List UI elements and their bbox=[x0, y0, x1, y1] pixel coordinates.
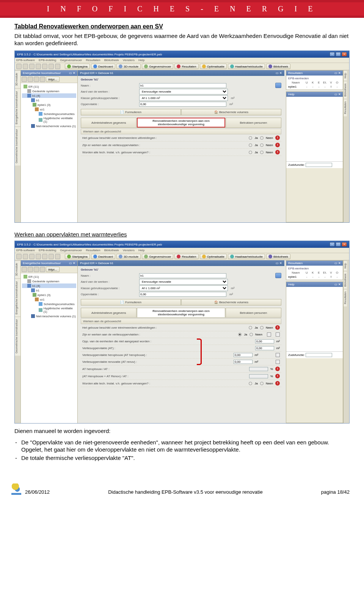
input-at-r[interactable] bbox=[234, 360, 253, 364]
tree-wijzi-button[interactable]: Wijzi... bbox=[46, 267, 60, 272]
menu-item[interactable]: Bibliotheek bbox=[104, 58, 119, 62]
copy-icon[interactable] bbox=[276, 360, 280, 364]
side-tab[interactable]: Resultaten bbox=[344, 289, 347, 306]
radio-neen[interactable] bbox=[260, 136, 264, 140]
select-aard[interactable]: Eenvoudige renovatie bbox=[139, 279, 228, 285]
panel-controls-icon[interactable]: ▭ ✕ bbox=[334, 93, 341, 96]
close-button[interactable]: × bbox=[342, 242, 347, 247]
menu-item[interactable]: Resultaten bbox=[86, 249, 100, 252]
toolbar-icon[interactable] bbox=[55, 64, 60, 69]
tree-item[interactable]: b1 bbox=[22, 98, 76, 102]
tree-item[interactable]: Hygiënische ventilatie (1) bbox=[22, 306, 76, 314]
close-button[interactable]: × bbox=[342, 52, 347, 57]
nav-opt[interactable]: Optimalisatie bbox=[200, 254, 227, 259]
radio-neen[interactable] bbox=[260, 382, 264, 385]
toolbar-icon[interactable] bbox=[36, 64, 41, 69]
select-klasse[interactable]: Af ≤ 1.000 m² bbox=[139, 95, 228, 101]
tab-formulieren[interactable]: 📄Formulieren bbox=[81, 109, 181, 115]
radio-ja-selected[interactable] bbox=[238, 333, 242, 336]
side-tab[interactable]: Resultaten bbox=[344, 99, 347, 116]
radio-ja[interactable] bbox=[249, 151, 252, 154]
subtab-personen[interactable]: Betrokken personen bbox=[226, 118, 281, 128]
side-tab[interactable]: Help bbox=[344, 260, 347, 271]
side-tab[interactable]: 3D-module bbox=[15, 70, 20, 88]
nav-result[interactable]: Resultaten bbox=[174, 64, 198, 69]
menu-item[interactable]: Bibliotheek bbox=[104, 249, 119, 252]
toolbar-icon[interactable] bbox=[16, 64, 22, 69]
toolbar-icon[interactable] bbox=[29, 254, 35, 259]
panel-controls-icon[interactable]: ▭ ✕ bbox=[276, 71, 282, 75]
subtab-renovatie-active[interactable]: Renovatiewerken onderworpen aan een sted… bbox=[137, 118, 225, 128]
tree-item[interactable]: Hygiënische ventilatie (1) bbox=[22, 116, 76, 124]
menu-item[interactable]: Vensters bbox=[123, 249, 135, 252]
panel-controls-icon[interactable]: ▭ ✕ bbox=[334, 71, 341, 75]
nav-3d[interactable]: 3D-module bbox=[116, 64, 141, 69]
tab-beschermde[interactable]: 🏠Beschermde volumes bbox=[181, 299, 281, 305]
side-tab[interactable]: 3D-module bbox=[15, 260, 20, 278]
input-at-h[interactable] bbox=[234, 353, 253, 357]
tree-item[interactable]: ER (11) bbox=[22, 84, 76, 89]
toolbar-icon[interactable] bbox=[23, 64, 28, 69]
side-tab[interactable]: Bibliotheek bbox=[344, 81, 347, 99]
tree-item[interactable]: vz1 bbox=[22, 297, 76, 302]
menu-item[interactable]: Gegevensinvoer bbox=[60, 249, 82, 252]
input-opp[interactable] bbox=[139, 292, 226, 297]
toolbar-icon[interactable] bbox=[49, 254, 54, 259]
menu-item[interactable]: Vensters bbox=[123, 58, 135, 62]
subtab-admin[interactable]: Administratieve gegevens bbox=[81, 118, 136, 128]
tree-toolbar-icon[interactable] bbox=[22, 267, 27, 272]
tree-toolbar-icon[interactable] bbox=[40, 77, 45, 82]
maximize-button[interactable]: □ bbox=[336, 242, 341, 247]
subtab-admin[interactable]: Administratieve gegevens bbox=[81, 308, 136, 317]
radio-ja[interactable] bbox=[249, 136, 252, 140]
maximize-button[interactable]: □ bbox=[336, 52, 341, 57]
select-klasse[interactable]: Af ≤ 1.000 m² bbox=[139, 285, 228, 291]
search-input[interactable] bbox=[306, 163, 332, 167]
menu-item[interactable]: Help bbox=[138, 249, 144, 252]
menu-item[interactable]: Resultaten bbox=[86, 58, 100, 62]
nav-dashboard[interactable]: Dashboard bbox=[91, 64, 115, 69]
panel-controls-icon[interactable]: ▭ ✕ bbox=[276, 261, 282, 265]
tree-item[interactable]: Niet-beschermde volumes (1) bbox=[22, 124, 76, 128]
nav-3d[interactable]: 3D-module bbox=[116, 254, 141, 259]
input-at[interactable] bbox=[255, 346, 274, 350]
tree-item[interactable]: Scheidingsconstructies bbox=[22, 112, 76, 116]
minimize-button[interactable]: – bbox=[329, 52, 335, 57]
toolbar-icon[interactable] bbox=[49, 64, 54, 69]
nav-haal[interactable]: Haalbaarheidsstudie bbox=[228, 254, 265, 259]
tree-item-selected[interactable]: b1 (4) bbox=[22, 93, 76, 98]
menu-item[interactable]: EPB-indeling bbox=[39, 249, 56, 252]
input-opp[interactable] bbox=[139, 102, 226, 107]
menu-item[interactable]: EPB-indeling bbox=[39, 58, 56, 62]
toolbar-icon[interactable] bbox=[16, 254, 22, 259]
nav-result[interactable]: Resultaten bbox=[174, 254, 198, 259]
toolbar-icon[interactable] bbox=[36, 254, 41, 259]
copy-icon[interactable] bbox=[276, 353, 280, 357]
nav-dashboard[interactable]: Dashboard bbox=[91, 254, 115, 259]
radio-ja[interactable] bbox=[249, 382, 252, 385]
nav-opt[interactable]: Optimalisatie bbox=[200, 64, 227, 69]
panel-controls-icon[interactable]: ▭ ✕ bbox=[69, 71, 75, 75]
subtab-personen[interactable]: Betrokken personen bbox=[226, 308, 281, 317]
panel-controls-icon[interactable]: ▭ ✕ bbox=[69, 261, 75, 265]
menu-item[interactable]: Help bbox=[138, 58, 144, 62]
minimize-button[interactable]: – bbox=[329, 242, 335, 247]
nav-gegevens[interactable]: Gegevensinvoer bbox=[142, 64, 173, 69]
tree-item-selected[interactable]: b1 (4) bbox=[22, 283, 76, 288]
input-naam[interactable] bbox=[139, 273, 226, 278]
toolbar-icon[interactable] bbox=[29, 64, 35, 69]
nav-startpagina[interactable]: Startpagina bbox=[65, 254, 90, 259]
side-tab[interactable]: Help bbox=[344, 70, 347, 80]
tree-item[interactable]: epbe1 (3) bbox=[22, 102, 76, 107]
search-input[interactable] bbox=[306, 353, 332, 357]
toolbar-icon[interactable] bbox=[55, 254, 60, 259]
tab-beschermde[interactable]: 🏠Beschermde volumes bbox=[181, 109, 281, 115]
menu-item[interactable]: EPB-software bbox=[16, 58, 35, 62]
menu-item[interactable]: Gegevensinvoer bbox=[60, 58, 82, 62]
nav-startpagina[interactable]: Startpagina bbox=[65, 64, 90, 69]
radio-neen[interactable] bbox=[260, 151, 264, 154]
nav-haal[interactable]: Haalbaarheidsstudie bbox=[228, 64, 265, 69]
radio-ja[interactable] bbox=[249, 143, 252, 147]
tree-item[interactable]: Niet-beschermde volumes (1) bbox=[22, 314, 76, 318]
tree-item[interactable]: b1 bbox=[22, 288, 76, 293]
